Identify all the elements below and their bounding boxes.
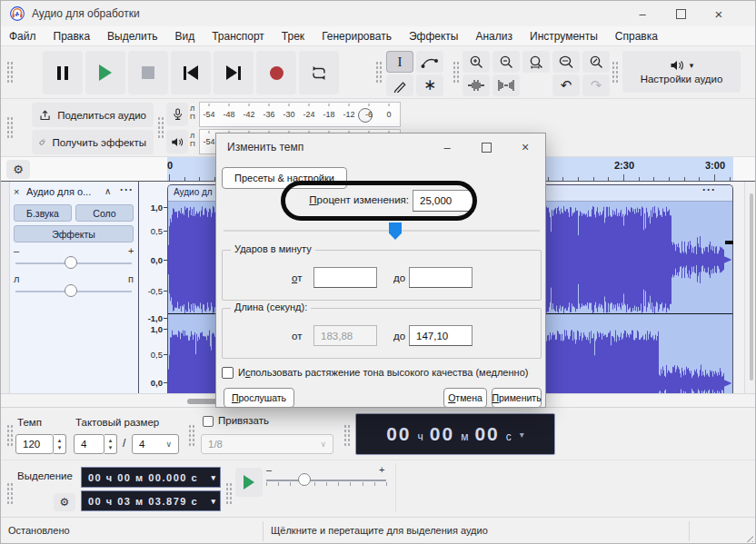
audio-setup-grip[interactable]	[612, 61, 619, 84]
track-close-icon[interactable]: ×	[14, 186, 19, 197]
selection-start-field[interactable]: 00 ч 00 м 00.000 с ▾	[81, 467, 221, 488]
play-at-speed-button[interactable]	[235, 468, 263, 497]
apply-button[interactable]: Применить	[492, 388, 542, 408]
pause-button[interactable]	[43, 51, 83, 94]
menu-item-Генерировать[interactable]: Генерировать	[322, 30, 392, 43]
silence-audio-button[interactable]	[492, 74, 520, 96]
speed-slider-track[interactable]	[266, 480, 386, 481]
share-toolbar-grip[interactable]	[6, 116, 14, 140]
speed-slider-thumb[interactable]	[298, 473, 311, 486]
dialog-minimize-button[interactable]: –	[431, 134, 463, 160]
loop-button[interactable]	[299, 51, 339, 94]
record-button[interactable]	[256, 51, 296, 94]
menu-item-Трек[interactable]: Трек	[282, 30, 304, 43]
zoom-toggle-button[interactable]	[582, 51, 610, 73]
close-button[interactable]: ×	[700, 1, 738, 26]
get-effects-button[interactable]: Получить эффекты	[32, 130, 154, 154]
cancel-button[interactable]: Отмена	[443, 388, 487, 408]
play-button[interactable]	[85, 51, 125, 94]
menu-item-Эффекты[interactable]: Эффекты	[409, 30, 459, 43]
menu-item-Анализ[interactable]: Анализ	[475, 30, 512, 43]
tempo-input[interactable]: 120	[15, 434, 54, 454]
undo-button[interactable]: ↶	[552, 74, 580, 96]
spin-down-icon[interactable]: ▾	[58, 444, 62, 451]
dialog-title-bar[interactable]: Изменить темп – ×	[216, 134, 545, 161]
high-quality-checkbox[interactable]	[222, 367, 234, 379]
timesig-spinner[interactable]: ▴ ▾	[104, 434, 117, 454]
zoom-out-button[interactable]	[492, 51, 520, 73]
vertical-scrollbar-thumb[interactable]	[750, 193, 753, 381]
play-speed-grip[interactable]	[225, 482, 233, 504]
tempo-slider-thumb[interactable]	[389, 223, 402, 240]
timesig-lower-select[interactable]: 4 ∨	[132, 434, 179, 454]
percent-change-input[interactable]: 25,000	[413, 190, 474, 212]
track-collapse-icon[interactable]: ∧	[104, 186, 111, 196]
menu-item-Вид[interactable]: Вид	[174, 30, 194, 43]
timesig-upper-input[interactable]: 4	[74, 434, 104, 454]
skip-to-start-button[interactable]	[171, 51, 211, 94]
preview-button[interactable]: Прослушать	[224, 388, 294, 408]
snap-select[interactable]: 1/8 ∨	[201, 434, 333, 454]
share-audio-button[interactable]: Поделиться аудио	[32, 103, 154, 127]
effects-button[interactable]: Эффекты	[14, 225, 134, 242]
redo-button[interactable]: ↷	[582, 74, 610, 96]
time-display-caret-icon[interactable]: ▾	[520, 430, 524, 440]
draw-tool-button[interactable]	[386, 74, 413, 96]
vertical-scale-ruler[interactable]: 1,00,50,0-0,5-1,01,00,50,0	[139, 182, 167, 393]
meter-toolbar-grip[interactable]	[157, 116, 164, 140]
resize-grip[interactable]	[744, 533, 753, 542]
menu-item-Правка[interactable]: Правка	[54, 30, 91, 43]
bpm-from-input[interactable]	[313, 267, 377, 288]
fit-selection-button[interactable]	[522, 51, 550, 73]
selection-tool-button[interactable]: I	[386, 51, 413, 73]
fit-project-button[interactable]	[552, 51, 580, 73]
menu-item-Транспорт[interactable]: Транспорт	[212, 30, 264, 43]
stop-button[interactable]	[128, 51, 168, 94]
selection-toolbar-grip[interactable]	[6, 482, 14, 504]
record-meter-button[interactable]	[166, 103, 188, 126]
caret-down-icon[interactable]: ▾	[211, 473, 215, 482]
edit-toolbar-grip[interactable]	[453, 61, 460, 84]
menu-item-Выделить[interactable]: Выделить	[107, 30, 157, 43]
selection-options-button[interactable]: ⚙	[54, 493, 75, 511]
tools-toolbar-grip[interactable]	[375, 61, 383, 84]
playback-meter-button[interactable]	[166, 130, 188, 153]
snap-toolbar-grip[interactable]	[188, 424, 195, 446]
track-title[interactable]: Аудио для о...	[26, 186, 99, 197]
multi-tool-button[interactable]: ∗	[416, 74, 443, 96]
presets-settings-button[interactable]: Пресеты & настройки	[222, 167, 347, 189]
tempo-spinner[interactable]: ▴ ▾	[54, 434, 66, 454]
audio-setup-button[interactable]: ▾ Настройки аудио	[622, 51, 741, 93]
solo-button[interactable]: Соло	[75, 204, 134, 222]
dialog-maximize-button[interactable]	[470, 134, 502, 160]
record-meter[interactable]: -54-48-42-36-30-24-18-12-60	[199, 102, 401, 127]
clip-end-handle[interactable]	[725, 241, 733, 244]
clip-menu-icon[interactable]: ···	[702, 184, 716, 196]
spin-up-icon[interactable]: ▴	[109, 437, 113, 444]
vertical-scrollbar[interactable]	[744, 182, 756, 393]
snap-checkbox[interactable]	[203, 416, 214, 427]
track-menu-icon[interactable]: ···	[120, 183, 134, 196]
time-toolbar-grip[interactable]	[6, 424, 14, 446]
gain-slider-thumb[interactable]	[65, 256, 77, 269]
mute-button[interactable]: Б.звука	[14, 204, 72, 222]
bpm-to-input[interactable]	[409, 267, 472, 288]
menu-item-Справка[interactable]: Справка	[615, 30, 658, 43]
dialog-close-button[interactable]: ×	[509, 134, 542, 160]
pan-slider-thumb[interactable]	[65, 284, 77, 297]
length-to-input[interactable]: 147,10	[409, 325, 472, 346]
menu-item-Инструменты[interactable]: Инструменты	[530, 30, 598, 43]
envelope-tool-button[interactable]	[416, 51, 443, 73]
tempo-slider-track[interactable]	[224, 230, 540, 232]
trim-audio-button[interactable]	[463, 74, 490, 96]
time-display-grip[interactable]	[343, 424, 351, 446]
menu-item-Файл[interactable]: Файл	[9, 30, 36, 43]
spin-down-icon[interactable]: ▾	[109, 444, 113, 451]
zoom-in-button[interactable]	[463, 51, 490, 73]
transport-toolbar-grip[interactable]	[6, 61, 14, 84]
maximize-button[interactable]	[662, 1, 700, 26]
caret-down-icon[interactable]: ▾	[211, 497, 215, 506]
spin-up-icon[interactable]: ▴	[58, 437, 62, 444]
selection-end-field[interactable]: 00 ч 03 м 03.879 с ▾	[81, 490, 221, 511]
minimize-button[interactable]: –	[623, 1, 662, 26]
